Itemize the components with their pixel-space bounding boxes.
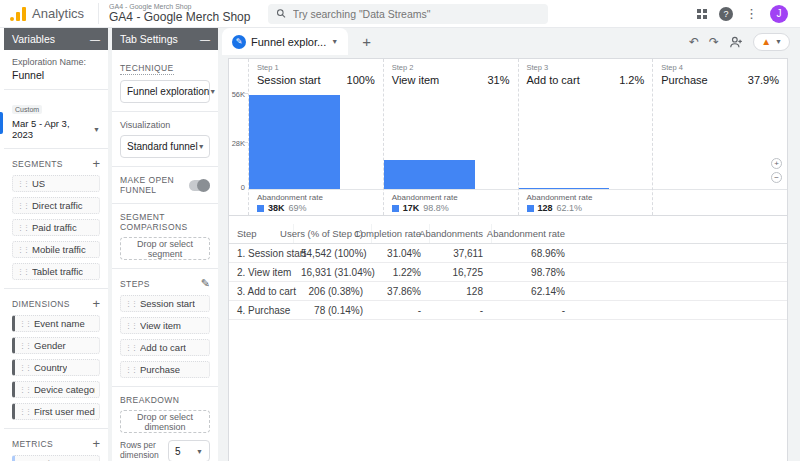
metrics-label: METRICS [12, 439, 53, 449]
col-header-abandonments[interactable]: Abandonments [429, 224, 491, 243]
segments-label: SEGMENTS [12, 159, 63, 169]
segment-chip[interactable]: ⋮⋮ Paid traffic [12, 219, 100, 236]
drag-handle-icon: ⋮⋮ [125, 366, 137, 374]
date-range-picker[interactable]: Mar 5 - Apr 3, 2023 ▼ [12, 118, 100, 140]
dimension-chip[interactable]: ⋮⋮ Gender [12, 337, 100, 354]
drag-handle-icon: ⋮⋮ [17, 180, 29, 188]
search-input[interactable] [293, 8, 541, 20]
kebab-menu-icon[interactable]: ⋮ [745, 6, 758, 21]
technique-label: TECHNIQUE [120, 63, 174, 75]
visualization-select[interactable]: Standard funnel ▼ [120, 135, 210, 158]
zoom-out-icon[interactable]: − [771, 172, 782, 183]
zoom-in-icon[interactable]: + [771, 158, 782, 169]
add-segment-icon[interactable]: + [92, 157, 100, 170]
tab-funnel-exploration[interactable]: ✎ Funnel explor... ▼ [222, 28, 348, 55]
segment-chip[interactable]: ⋮⋮ US [12, 175, 100, 192]
undo-icon[interactable]: ↶ [689, 35, 699, 49]
minimize-variables-icon[interactable]: — [90, 34, 100, 45]
chevron-down-icon: ▼ [198, 143, 205, 150]
drag-handle-icon: ⋮⋮ [125, 322, 137, 330]
exploration-name-label: Exploration Name: [12, 57, 100, 67]
breakdown-dropzone[interactable]: Drop or select dimension [120, 410, 210, 433]
funnel-bar[interactable] [519, 188, 610, 189]
analytics-logo-icon [10, 7, 26, 21]
chevron-down-icon: ▼ [775, 38, 782, 45]
minimize-tab-settings-icon[interactable]: — [200, 34, 210, 45]
drag-handle-icon: ⋮⋮ [19, 364, 31, 372]
y-axis: 56K 28K 0 [229, 59, 248, 215]
exploration-name-value[interactable]: Funnel [12, 69, 100, 81]
funnel-step-chip[interactable]: ⋮⋮ Session start [120, 295, 210, 312]
exploration-tab-strip: ✎ Funnel explor... ▼ + ↶ ↷ ▲ ▼ [218, 28, 800, 55]
segment-chip[interactable]: ⋮⋮ Mobile traffic [12, 241, 100, 258]
funnel-step-column[interactable]: Step 2 View item 31% Abandonment rate 17… [383, 59, 518, 215]
chart-zoom-controls: + − [771, 158, 782, 183]
table-row[interactable]: 2. View item 16,931 (31.04%) 1.22% 16,72… [229, 263, 787, 282]
add-tab-button[interactable]: + [362, 33, 371, 50]
table-row[interactable]: 4. Purchase 78 (0.14%) - - - [229, 301, 787, 320]
funnel-bar[interactable] [249, 95, 340, 189]
segment-chip[interactable]: ⋮⋮ Tablet traffic [12, 263, 100, 280]
apps-grid-icon[interactable] [697, 9, 707, 19]
add-metric-icon[interactable]: + [92, 437, 100, 450]
chevron-down-icon: ▼ [209, 88, 216, 95]
funnel-step-chip[interactable]: ⋮⋮ Purchase [120, 361, 210, 378]
make-open-funnel-label: MAKE OPEN FUNNEL [120, 175, 189, 195]
chevron-down-icon: ▼ [196, 448, 203, 455]
dimension-chip[interactable]: ⋮⋮ Country [12, 359, 100, 376]
date-range-value: Mar 5 - Apr 3, 2023 [12, 118, 93, 140]
table-row[interactable]: 3. Add to cart 206 (0.38%) 37.86% 128 62… [229, 282, 787, 301]
variables-panel: Variables — Exploration Name: Funnel Cus… [4, 28, 108, 461]
funnel-step-column[interactable]: Step 4 Purchase 37.9% [652, 59, 787, 215]
technique-select[interactable]: Funnel exploration ▼ [120, 80, 210, 103]
funnel-bar[interactable] [384, 160, 475, 189]
warning-icon: ▲ [761, 37, 771, 47]
metric-chip[interactable]: ⋮⋮ Active users [12, 455, 100, 461]
legend-square-icon [392, 205, 399, 212]
make-open-funnel-toggle[interactable] [189, 180, 210, 191]
chevron-down-icon: ▼ [331, 38, 338, 45]
search-icon [276, 8, 286, 19]
search-bar[interactable] [268, 4, 548, 24]
dimension-chip[interactable]: ⋮⋮ Device category [12, 381, 100, 398]
breakdown-label: BREAKDOWN [120, 395, 210, 405]
add-dimension-icon[interactable]: + [92, 297, 100, 310]
drag-handle-icon: ⋮⋮ [125, 300, 137, 308]
funnel-card: 56K 28K 0 Step 1 Session start 100% Aban… [228, 58, 788, 461]
dimension-chip[interactable]: ⋮⋮ First user medium [12, 403, 100, 420]
edit-steps-icon[interactable]: ✎ [201, 277, 210, 290]
funnel-chart: 56K 28K 0 Step 1 Session start 100% Aban… [229, 59, 787, 216]
funnel-step-chip[interactable]: ⋮⋮ View item [120, 317, 210, 334]
abandonment-block: Abandonment rate 38K 69% [249, 189, 383, 215]
property-selector[interactable]: GA4 - Google Merch Shop GA4 - Google Mer… [98, 3, 250, 24]
help-icon[interactable]: ? [719, 7, 733, 21]
segment-chip[interactable]: ⋮⋮ Direct traffic [12, 197, 100, 214]
steps-label: STEPS [120, 279, 150, 289]
tab-settings-title: Tab Settings [120, 33, 178, 45]
table-row[interactable]: 1. Session start 54,542 (100%) 31.04% 37… [229, 244, 787, 263]
share-users-icon[interactable] [729, 36, 743, 48]
redo-icon[interactable]: ↷ [709, 35, 719, 49]
drag-handle-icon: ⋮⋮ [19, 320, 31, 328]
drag-handle-icon: ⋮⋮ [19, 408, 31, 416]
funnel-step-column[interactable]: Step 1 Session start 100% Abandonment ra… [248, 59, 383, 215]
col-header-abandonment-rate[interactable]: Abandonment rate [491, 224, 573, 243]
abandonment-block: Abandonment rate 128 62.1% [519, 189, 653, 215]
legend-square-icon [527, 205, 534, 212]
abandonment-block: Abandonment rate 17K 98.8% [384, 189, 518, 215]
avatar[interactable]: J [770, 5, 788, 23]
segment-comparisons-dropzone[interactable]: Drop or select segment [120, 237, 210, 260]
segment-comparisons-label: SEGMENT COMPARISONS [120, 212, 210, 232]
rows-per-dimension-label: Rows per dimension [120, 440, 159, 461]
drag-handle-icon: ⋮⋮ [17, 224, 29, 232]
pencil-icon: ✎ [232, 35, 246, 49]
funnel-step-chip[interactable]: ⋮⋮ Add to cart [120, 339, 210, 356]
funnel-step-column[interactable]: Step 3 Add to cart 1.2% Abandonment rate… [518, 59, 653, 215]
warning-menu-button[interactable]: ▲ ▼ [753, 33, 790, 51]
drag-handle-icon: ⋮⋮ [17, 246, 29, 254]
drag-handle-icon: ⋮⋮ [19, 342, 31, 350]
rows-per-dimension-select[interactable]: 5 ▼ [168, 440, 210, 461]
visualization-label: Visualization [120, 120, 210, 130]
dimension-chip[interactable]: ⋮⋮ Event name [12, 315, 100, 332]
variables-panel-title: Variables [12, 33, 55, 45]
